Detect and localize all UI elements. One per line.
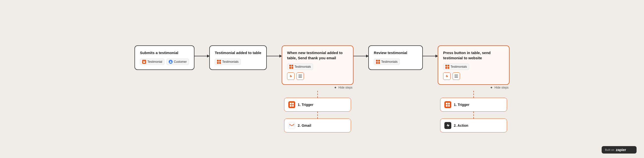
card-title-2: Testimonial added to table [215, 50, 261, 55]
svg-rect-9 [454, 76, 458, 76]
chip-testimonials-4-label: Testimonials [381, 60, 398, 64]
trigger-grid-icon-3 [290, 103, 294, 107]
dashed-line-5b [473, 112, 474, 118]
arrow-1 [194, 45, 209, 56]
zapier-badge: Built on zapier [602, 146, 636, 153]
testimonials-icon-5 [445, 65, 449, 69]
card-group-4: Review testimonial Testimonials [368, 45, 423, 70]
card-chips-2: Testimonials [215, 59, 261, 65]
card-group-1: Submits a testimonial Testimonial Custom… [134, 45, 194, 70]
action-icon-5 [444, 122, 451, 129]
svg-rect-6 [298, 76, 302, 76]
list-icon-btn-3[interactable] [296, 72, 304, 80]
dashed-line-3b [317, 112, 318, 118]
testimonials-icon-4 [376, 60, 380, 64]
step-trigger-label-3: 1. Trigger [298, 103, 313, 107]
card-group-3-expanded: When new testimonial added to table, Sen… [282, 45, 354, 132]
card-title-3: When new testimonial added to table, Sen… [287, 50, 348, 61]
trigger-icon-3 [288, 101, 295, 108]
card-when-new-testimonial: When new testimonial added to table, Sen… [282, 45, 354, 85]
step-card-trigger-5[interactable]: 1. Trigger [440, 98, 507, 112]
chip-testimonials-3: Testimonials [287, 64, 313, 70]
dashed-line-5a [473, 91, 474, 98]
svg-rect-5 [298, 75, 302, 75]
chip-testimonials-3-label: Testimonials [294, 65, 311, 68]
chip-customer: Customer [166, 59, 189, 65]
arrow-line-2 [267, 56, 282, 56]
arrow-line-3 [354, 56, 368, 56]
svg-rect-7 [298, 77, 302, 78]
svg-point-4 [170, 61, 171, 62]
arrow-2 [267, 45, 282, 56]
svg-text:zapier: zapier [616, 147, 626, 152]
card-submits-testimonial: Submits a testimonial Testimonial Custom… [134, 45, 194, 70]
testimonial-icon [142, 60, 146, 64]
arrow-4 [423, 45, 438, 56]
card-press-button: Press button in table, send testimonial … [438, 45, 510, 85]
card-icons-5 [443, 72, 504, 80]
step-action-label-5: 2. Action [454, 123, 468, 127]
chip-testimonials-5-label: Testimonials [450, 65, 467, 68]
card-chips-3: Testimonials [287, 64, 348, 70]
step-gmail-label-3: 2. Gmail [298, 123, 311, 127]
list-icon-btn-5[interactable] [452, 72, 460, 80]
card-group-5-expanded: Press button in table, send testimonial … [438, 45, 510, 132]
hide-steps-label-5: Hide steps [494, 86, 508, 89]
hide-steps-btn-3[interactable]: Hide steps [334, 86, 352, 89]
hide-steps-label-3: Hide steps [338, 86, 352, 89]
trigger-grid-icon-5 [446, 103, 450, 107]
arrow-line-4 [423, 56, 438, 56]
chip-testimonial: Testimonial [140, 59, 164, 65]
testimonials-icon-2 [217, 60, 221, 64]
arrow-3 [354, 45, 368, 56]
card-icons-3 [287, 72, 348, 80]
dashed-line-3a [317, 91, 318, 98]
card-group-2: Testimonial added to table Testimonials [209, 45, 267, 70]
canvas: Submits a testimonial Testimonial Custom… [0, 0, 644, 158]
built-on-text: Built on [605, 148, 614, 151]
card-testimonial-added: Testimonial added to table Testimonials [209, 45, 267, 70]
card-review-testimonial: Review testimonial Testimonials [368, 45, 423, 70]
card-title-5: Press button in table, send testimonial … [443, 50, 504, 61]
svg-rect-10 [454, 77, 458, 78]
step-card-gmail-3[interactable]: 2. Gmail [284, 118, 351, 132]
svg-rect-2 [144, 61, 145, 62]
step-card-trigger-3[interactable]: 1. Trigger [284, 98, 351, 112]
card-title-1: Submits a testimonial [140, 50, 189, 55]
hide-steps-btn-5[interactable]: Hide steps [490, 86, 508, 89]
chip-testimonials-5: Testimonials [443, 64, 469, 70]
step-trigger-label-5: 1. Trigger [454, 103, 470, 107]
bolt-icon-btn-5[interactable] [443, 72, 450, 80]
testimonials-icon-3 [289, 65, 293, 69]
chip-testimonials-2: Testimonials [215, 59, 241, 65]
chip-testimonial-label: Testimonial [148, 60, 162, 64]
card-title-4: Review testimonial [374, 50, 417, 55]
flow-container: Submits a testimonial Testimonial Custom… [134, 26, 510, 132]
card-chips-1: Testimonial Customer [140, 59, 189, 65]
trigger-icon-5 [444, 101, 451, 108]
gmail-icon-3 [288, 122, 295, 129]
svg-rect-8 [454, 75, 458, 75]
chip-testimonials-4: Testimonials [374, 59, 400, 65]
chip-customer-label: Customer [174, 60, 187, 64]
step-card-action-5[interactable]: 2. Action [440, 118, 507, 132]
card-chips-4: Testimonials [374, 59, 417, 65]
chip-testimonials-2-label: Testimonials [222, 60, 238, 64]
arrow-line-1 [194, 56, 209, 56]
card-chips-5: Testimonials [443, 64, 504, 70]
customer-icon [169, 60, 173, 64]
bolt-icon-btn-3[interactable] [287, 72, 294, 80]
